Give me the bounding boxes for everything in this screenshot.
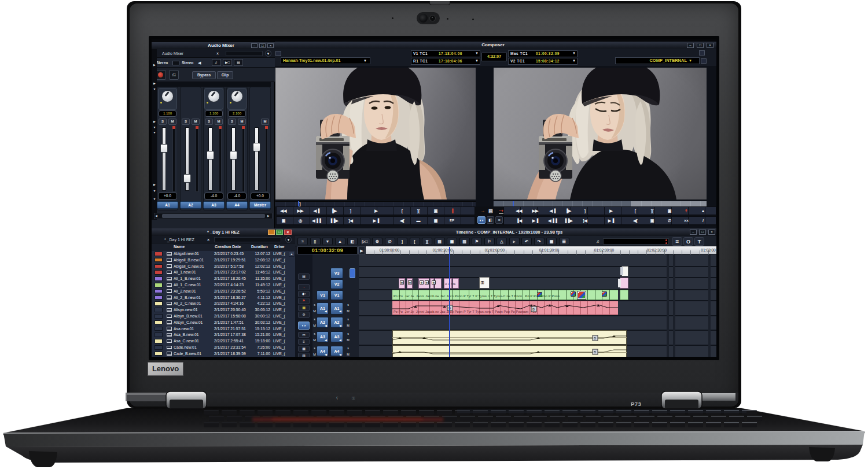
svg-text:B: B [594,350,596,354]
svg-text:B: B [594,337,596,340]
svg-text:B: B [532,308,535,311]
